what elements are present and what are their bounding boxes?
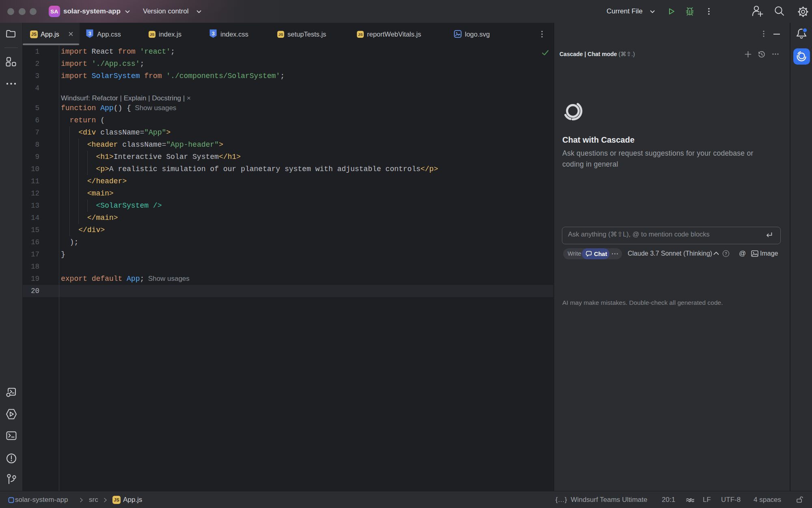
svg-text:?: ? [725, 251, 727, 256]
svg-text:3: 3 [88, 30, 91, 37]
svg-text:3: 3 [212, 30, 214, 37]
